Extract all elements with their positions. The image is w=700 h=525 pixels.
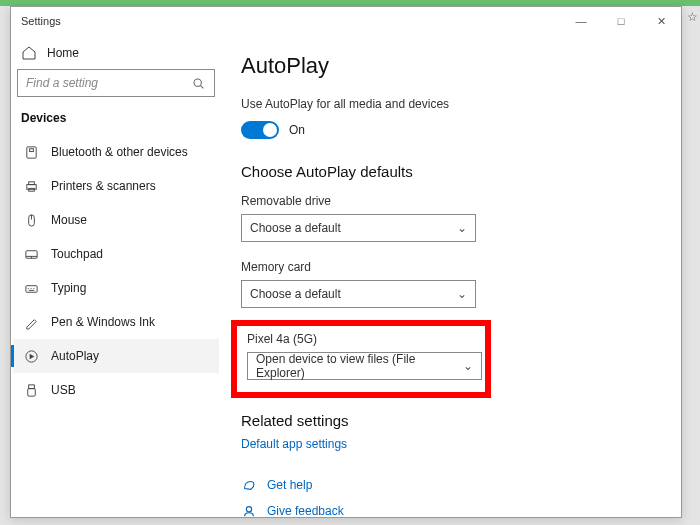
defaults-heading: Choose AutoPlay defaults	[241, 163, 659, 180]
mouse-icon	[23, 212, 39, 228]
window-controls: — □ ✕	[561, 7, 681, 35]
toggle-caption: Use AutoPlay for all media and devices	[241, 97, 659, 111]
sidebar-nav: Bluetooth & other devices Printers & sca…	[13, 135, 219, 407]
window-body: Home Devices Bluetooth & other devices	[11, 35, 681, 517]
chevron-down-icon: ⌄	[457, 287, 467, 301]
search-box[interactable]	[17, 69, 215, 97]
field-label: Memory card	[241, 260, 659, 274]
touchpad-icon	[23, 246, 39, 262]
svg-rect-19	[27, 388, 35, 396]
bluetooth-icon	[23, 144, 39, 160]
autoplay-icon	[23, 348, 39, 364]
sidebar-item-label: AutoPlay	[51, 349, 99, 363]
svg-rect-5	[28, 181, 34, 184]
help-icon	[241, 477, 257, 493]
usb-icon	[23, 382, 39, 398]
dropdown-value: Choose a default	[250, 287, 341, 301]
window-title: Settings	[21, 15, 61, 27]
search-icon	[190, 75, 206, 91]
svg-point-20	[246, 507, 251, 512]
feedback-icon	[241, 503, 257, 517]
chevron-down-icon: ⌄	[463, 359, 473, 373]
sidebar: Home Devices Bluetooth & other devices	[11, 35, 221, 517]
annotation-highlight: Pixel 4a (5G) Open device to view files …	[231, 320, 491, 398]
field-pixel-4a: Pixel 4a (5G) Open device to view files …	[247, 332, 475, 380]
field-label: Removable drive	[241, 194, 659, 208]
close-button[interactable]: ✕	[641, 7, 681, 35]
link-label: Give feedback	[267, 504, 344, 517]
dropdown-value: Choose a default	[250, 221, 341, 235]
sidebar-item-label: Pen & Windows Ink	[51, 315, 155, 329]
get-help-link[interactable]: Get help	[241, 477, 659, 493]
toggle-knob	[263, 123, 277, 137]
sidebar-item-label: Bluetooth & other devices	[51, 145, 188, 159]
search-container	[17, 69, 215, 97]
sidebar-item-printers[interactable]: Printers & scanners	[13, 169, 219, 203]
pixel-4a-dropdown[interactable]: Open device to view files (File Explorer…	[247, 352, 482, 380]
maximize-button[interactable]: □	[601, 7, 641, 35]
sidebar-item-typing[interactable]: Typing	[13, 271, 219, 305]
sidebar-item-label: Typing	[51, 281, 86, 295]
default-app-settings-link[interactable]: Default app settings	[241, 437, 659, 451]
svg-point-0	[194, 79, 201, 86]
home-nav[interactable]: Home	[13, 41, 219, 69]
printer-icon	[23, 178, 39, 194]
sidebar-item-label: USB	[51, 383, 76, 397]
sidebar-item-mouse[interactable]: Mouse	[13, 203, 219, 237]
sidebar-item-touchpad[interactable]: Touchpad	[13, 237, 219, 271]
link-label: Get help	[267, 478, 312, 492]
removable-drive-dropdown[interactable]: Choose a default ⌄	[241, 214, 476, 242]
home-label: Home	[47, 46, 79, 60]
field-memory-card: Memory card Choose a default ⌄	[241, 260, 659, 308]
browser-favorite-icon: ☆	[687, 10, 698, 24]
search-input[interactable]	[26, 76, 190, 90]
svg-rect-18	[28, 384, 34, 388]
field-label: Pixel 4a (5G)	[247, 332, 475, 346]
footer-links: Get help Give feedback	[241, 477, 659, 517]
home-icon	[21, 45, 37, 61]
pen-icon	[23, 314, 39, 330]
give-feedback-link[interactable]: Give feedback	[241, 503, 659, 517]
keyboard-icon	[23, 280, 39, 296]
minimize-button[interactable]: —	[561, 7, 601, 35]
sidebar-item-label: Mouse	[51, 213, 87, 227]
svg-line-1	[200, 85, 203, 88]
autoplay-toggle-row: On	[241, 121, 659, 139]
dropdown-value: Open device to view files (File Explorer…	[256, 352, 463, 380]
memory-card-dropdown[interactable]: Choose a default ⌄	[241, 280, 476, 308]
page-title: AutoPlay	[241, 53, 659, 79]
sidebar-item-label: Touchpad	[51, 247, 103, 261]
autoplay-toggle[interactable]	[241, 121, 279, 139]
related-heading: Related settings	[241, 412, 659, 429]
sidebar-item-usb[interactable]: USB	[13, 373, 219, 407]
sidebar-item-autoplay[interactable]: AutoPlay	[13, 339, 219, 373]
field-removable-drive: Removable drive Choose a default ⌄	[241, 194, 659, 242]
sidebar-section-title: Devices	[13, 111, 219, 135]
chevron-down-icon: ⌄	[457, 221, 467, 235]
sidebar-item-pen[interactable]: Pen & Windows Ink	[13, 305, 219, 339]
svg-rect-3	[29, 148, 33, 151]
titlebar: Settings — □ ✕	[11, 7, 681, 35]
main-content: AutoPlay Use AutoPlay for all media and …	[221, 35, 681, 517]
settings-window: Settings — □ ✕ Home Dev	[10, 6, 682, 518]
sidebar-item-label: Printers & scanners	[51, 179, 156, 193]
sidebar-item-bluetooth[interactable]: Bluetooth & other devices	[13, 135, 219, 169]
toggle-state-label: On	[289, 123, 305, 137]
